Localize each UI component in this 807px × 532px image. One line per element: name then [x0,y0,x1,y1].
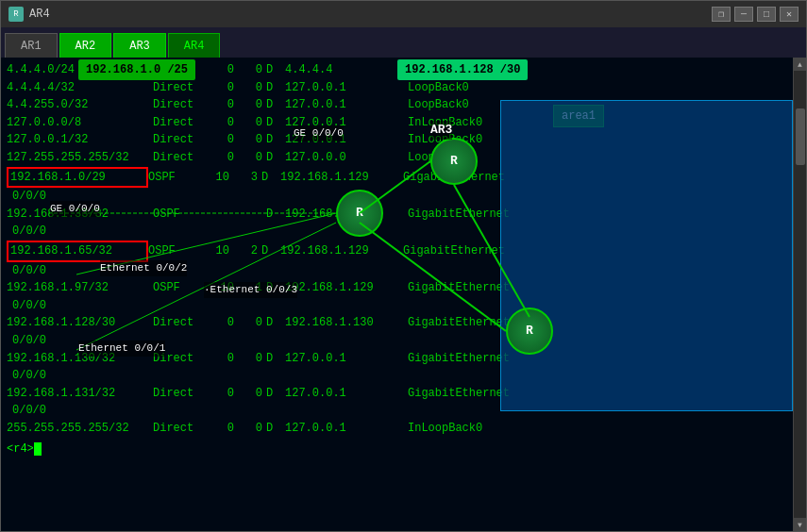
scrollbar[interactable]: ▲ ▼ [793,58,806,531]
table-row-iface: 0/0/0 [7,332,787,350]
window-title: AR4 [29,8,50,21]
table-row: 192.168.1.97/32 OSPF 10 1 D 192.168.1.12… [7,279,787,297]
table-row-iface: 0/0/0 [7,223,787,241]
table-row: 4.4.255.0/32 Direct 0 0 D 127.0.0.1 Loop… [7,96,787,114]
table-row: 4.4.4.0/24 Direct 0 0 D 4.4.4.4 LoopBack… [7,61,787,79]
minimize-button[interactable]: ─ [734,7,753,22]
scroll-down-button[interactable]: ▼ [794,518,807,531]
title-bar: R AR4 ❐ ─ □ ✕ [1,1,806,27]
table-row: 127.255.255.255/32 Direct 0 0 D 127.0.0.… [7,149,787,167]
scroll-thumb[interactable] [796,108,805,165]
table-row: 192.168.1.33/32 OSPF D 192.168.1.129 Gig… [7,206,787,224]
table-row: 4.4.4.4/32 Direct 0 0 D 127.0.0.1 LoopBa… [7,79,787,97]
table-row-iface: 0/0/0 [7,367,787,385]
content-area: 4.4.4.0/24 Direct 0 0 D 4.4.4.4 LoopBack… [1,58,806,531]
prompt-text: <r4> [7,442,34,456]
tab-bar: AR1 AR2 AR3 AR4 [1,27,806,58]
tab-ar4[interactable]: AR4 [168,33,221,58]
table-row: 127.0.0.1/32 Direct 0 0 D 127.0.0.1 InLo… [7,131,787,149]
close-button[interactable]: ✕ [780,7,799,22]
maximize-button[interactable]: □ [757,7,776,22]
window-controls: ❐ ─ □ ✕ [712,7,799,22]
tab-ar3[interactable]: AR3 [113,33,166,58]
table-row: 192.168.1.130/32 Direct 0 0 D 127.0.0.1 … [7,350,787,368]
table-row-iface: 0/0/0 [7,297,787,315]
cursor [34,442,42,456]
tab-ar1[interactable]: AR1 [5,33,58,58]
table-row: 192.168.1.65/32 OSPF 10 2 D 192.168.1.12… [7,241,787,262]
title-bar-left: R AR4 [8,7,50,22]
table-row: 192.168.1.0/29 OSPF 10 3 D 192.168.1.129… [7,167,787,189]
terminal[interactable]: 4.4.4.0/24 Direct 0 0 D 4.4.4.4 LoopBack… [1,58,793,531]
app-icon: R [8,7,24,22]
table-row: 192.168.1.128/30 Direct 0 0 D 192.168.1.… [7,314,787,332]
main-window: R AR4 ❐ ─ □ ✕ AR1 AR2 AR3 AR4 4.4.4.0/ [0,0,807,532]
table-row: 192.168.1.131/32 Direct 0 0 D 127.0.0.1 … [7,385,787,403]
table-row: 127.0.0.0/8 Direct 0 0 D 127.0.0.1 InLoo… [7,114,787,132]
table-row-iface: 0/0/0 [7,262,787,280]
table-row-iface: 0/0/0 [7,188,787,206]
command-prompt[interactable]: <r4> [7,441,787,457]
scroll-track [796,71,805,518]
scroll-up-button[interactable]: ▲ [794,58,807,71]
table-row: 255.255.255.255/32 Direct 0 0 D 127.0.0.… [7,420,787,438]
table-row-iface: 0/0/0 [7,402,787,420]
tab-ar2[interactable]: AR2 [59,33,112,58]
restore-button[interactable]: ❐ [712,7,731,22]
